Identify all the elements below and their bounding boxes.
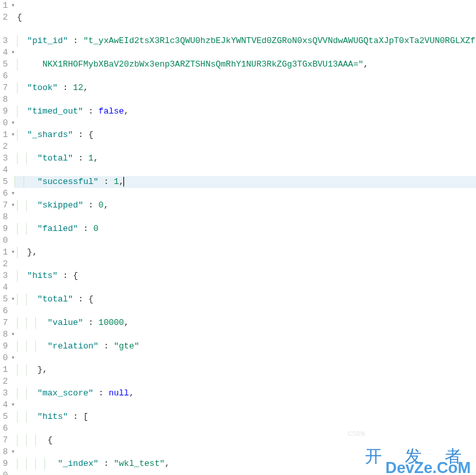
fold-triangle-icon[interactable] xyxy=(9,211,17,223)
fold-triangle-icon[interactable] xyxy=(9,364,17,376)
fold-triangle-icon[interactable] xyxy=(9,258,17,270)
json-key-pit-id: "pit_id" xyxy=(27,36,68,46)
fold-gutter: ▾▾▾▾▾▾▾▾▾▾▾▾▾ xyxy=(9,0,17,475)
json-key-max-score: "max_score" xyxy=(37,388,93,398)
fold-triangle-icon[interactable]: ▾ xyxy=(9,329,17,341)
json-val-timed-out: false xyxy=(99,106,124,116)
brace: { xyxy=(17,12,22,22)
json-key-took: "took" xyxy=(27,83,58,93)
json-key-hits-total: "total" xyxy=(37,294,73,304)
watermark-faint: CSDN xyxy=(348,428,365,440)
fold-triangle-icon[interactable]: ▾ xyxy=(9,200,17,211)
fold-triangle-icon[interactable] xyxy=(9,223,17,235)
json-key-timed-out: "timed_out" xyxy=(27,106,84,116)
fold-triangle-icon[interactable] xyxy=(9,317,17,329)
fold-triangle-icon[interactable] xyxy=(9,423,17,435)
fold-triangle-icon[interactable]: ▾ xyxy=(9,117,17,129)
fold-triangle-icon[interactable] xyxy=(9,141,17,153)
fold-triangle-icon[interactable]: ▾ xyxy=(9,352,17,364)
fold-triangle-icon[interactable] xyxy=(9,270,17,282)
json-val-pit-id: "t_yxAwEId2tsX3Rlc3QWU0hzbEJkYWNTVEd0ZGR… xyxy=(83,36,476,46)
fold-triangle-icon[interactable] xyxy=(9,470,17,475)
fold-triangle-icon[interactable]: ▾ xyxy=(9,188,17,200)
fold-triangle-icon[interactable] xyxy=(9,164,17,176)
fold-triangle-icon[interactable]: ▾ xyxy=(9,446,17,458)
fold-triangle-icon[interactable] xyxy=(9,94,17,106)
fold-triangle-icon[interactable] xyxy=(9,341,17,352)
code-area: { "pit_id" : "t_yxAwEId2tsX3Rlc3QWU0hzbE… xyxy=(17,0,476,475)
line-number-gutter: 1234567890123456789012345678901234567890… xyxy=(0,0,9,475)
fold-triangle-icon[interactable] xyxy=(9,153,17,164)
fold-triangle-icon[interactable] xyxy=(9,82,17,94)
fold-triangle-icon[interactable] xyxy=(9,411,17,423)
fold-triangle-icon[interactable] xyxy=(9,70,17,82)
json-key-relation: "relation" xyxy=(48,341,99,351)
text-cursor xyxy=(123,177,124,187)
fold-triangle-icon[interactable]: ▾ xyxy=(9,0,17,12)
fold-triangle-icon[interactable]: ▾ xyxy=(9,294,17,305)
json-key-hits: "hits" xyxy=(27,271,58,281)
fold-triangle-icon[interactable] xyxy=(9,106,17,117)
fold-triangle-icon[interactable] xyxy=(9,376,17,388)
fold-triangle-icon[interactable]: ▾ xyxy=(9,247,17,258)
fold-triangle-icon[interactable] xyxy=(9,458,17,470)
fold-triangle-icon[interactable] xyxy=(9,235,17,247)
fold-triangle-icon[interactable]: ▾ xyxy=(9,129,17,141)
json-key-total: "total" xyxy=(37,153,73,163)
json-key-hits-array: "hits" xyxy=(37,412,68,421)
fold-triangle-icon[interactable] xyxy=(9,35,17,47)
json-key-shards: "_shards" xyxy=(27,130,73,140)
fold-triangle-icon[interactable] xyxy=(9,388,17,399)
highlighted-line[interactable]: "successful" : 1, xyxy=(14,176,476,188)
json-key-index: "_index" xyxy=(57,459,98,468)
fold-triangle-icon[interactable]: ▾ xyxy=(9,47,17,59)
json-key-skipped: "skipped" xyxy=(37,200,83,210)
json-key-successful: "successful" xyxy=(37,177,99,187)
fold-triangle-icon[interactable] xyxy=(9,305,17,317)
fold-triangle-icon[interactable]: ▾ xyxy=(9,399,17,411)
fold-triangle-icon[interactable] xyxy=(9,23,17,35)
fold-triangle-icon[interactable] xyxy=(9,282,17,294)
json-val-took: 12 xyxy=(73,83,84,93)
json-key-value: "value" xyxy=(48,318,84,328)
fold-triangle-icon[interactable] xyxy=(9,12,17,23)
fold-triangle-icon[interactable] xyxy=(9,435,17,446)
json-key-failed: "failed" xyxy=(37,224,78,234)
fold-triangle-icon[interactable] xyxy=(9,59,17,70)
